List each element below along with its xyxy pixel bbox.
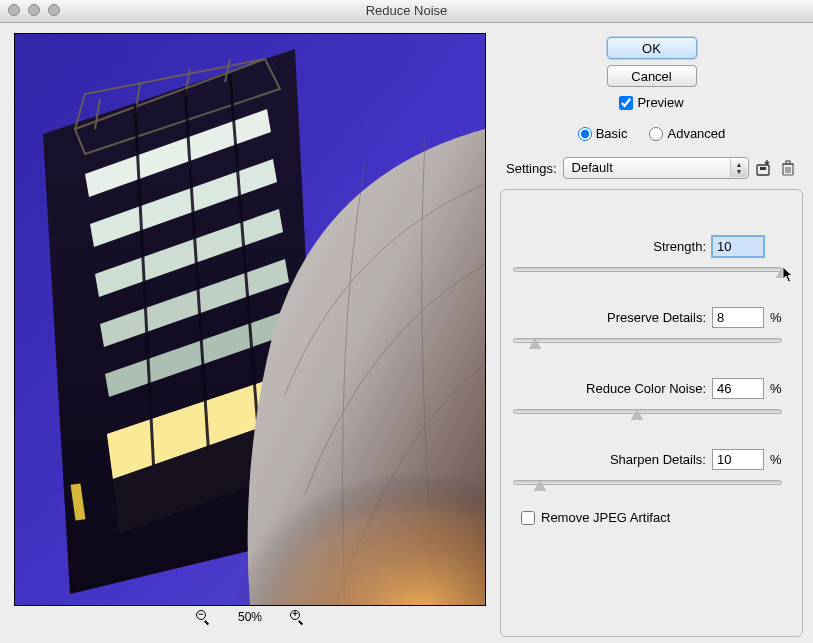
ok-button[interactable]: OK xyxy=(607,37,697,59)
window-traffic-lights xyxy=(8,4,60,16)
title-bar: Reduce Noise xyxy=(0,0,813,23)
sharpen-details-slider[interactable] xyxy=(513,476,782,492)
dropdown-arrows-icon: ▲▼ xyxy=(730,159,747,177)
reduce-color-noise-input[interactable] xyxy=(712,378,764,399)
settings-value: Default xyxy=(572,160,613,175)
preserve-details-input[interactable] xyxy=(712,307,764,328)
strength-input[interactable] xyxy=(712,236,764,257)
advanced-radio-label: Advanced xyxy=(667,126,725,141)
preserve-details-label: Preserve Details: xyxy=(548,310,706,325)
minimize-window-dot[interactable] xyxy=(28,4,40,16)
basic-radio-label: Basic xyxy=(596,126,628,141)
sharpen-details-param: Sharpen Details: % xyxy=(513,449,782,492)
zoom-window-dot[interactable] xyxy=(48,4,60,16)
sharpen-details-unit: % xyxy=(770,452,782,467)
preview-image xyxy=(15,34,485,605)
image-preview[interactable] xyxy=(14,33,486,606)
save-preset-icon[interactable] xyxy=(755,159,773,177)
zoom-in-icon[interactable]: + xyxy=(290,610,304,624)
reduce-color-noise-label: Reduce Color Noise: xyxy=(548,381,706,396)
preview-checkbox[interactable] xyxy=(619,96,633,110)
reduce-color-noise-unit: % xyxy=(770,381,782,396)
strength-slider[interactable] xyxy=(513,263,782,279)
zoom-level: 50% xyxy=(238,610,262,624)
svg-rect-21 xyxy=(786,161,790,164)
parameters-group: Strength: Preserve Details: xyxy=(500,189,803,637)
svg-rect-16 xyxy=(165,354,485,605)
preserve-details-unit: % xyxy=(770,310,782,325)
preserve-details-param: Preserve Details: % xyxy=(513,307,782,350)
remove-jpeg-checkbox[interactable] xyxy=(521,511,535,525)
window-title: Reduce Noise xyxy=(366,3,448,18)
cancel-button[interactable]: Cancel xyxy=(607,65,697,87)
advanced-radio[interactable] xyxy=(649,127,663,141)
zoom-out-icon[interactable]: − xyxy=(196,610,210,624)
svg-rect-18 xyxy=(760,167,766,170)
reduce-color-noise-param: Reduce Color Noise: % xyxy=(513,378,782,421)
settings-label: Settings: xyxy=(506,161,557,176)
reduce-color-noise-slider[interactable] xyxy=(513,405,782,421)
strength-param: Strength: xyxy=(513,236,782,279)
sharpen-details-label: Sharpen Details: xyxy=(548,452,706,467)
strength-label: Strength: xyxy=(548,239,706,254)
preview-checkbox-label: Preview xyxy=(637,95,683,110)
sharpen-details-input[interactable] xyxy=(712,449,764,470)
preserve-details-slider[interactable] xyxy=(513,334,782,350)
remove-jpeg-label: Remove JPEG Artifact xyxy=(541,510,670,525)
basic-radio[interactable] xyxy=(578,127,592,141)
close-window-dot[interactable] xyxy=(8,4,20,16)
settings-dropdown[interactable]: Default ▲▼ xyxy=(563,157,749,179)
delete-preset-icon[interactable] xyxy=(779,159,797,177)
